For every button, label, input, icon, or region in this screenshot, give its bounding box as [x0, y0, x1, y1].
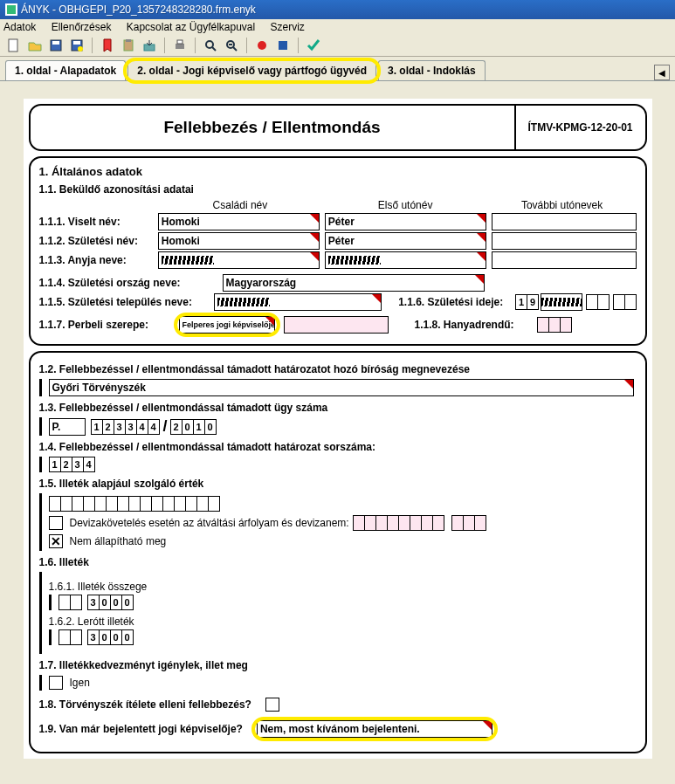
field-161[interactable] — [59, 595, 82, 610]
svg-rect-1 — [7, 5, 16, 14]
print-icon[interactable] — [171, 37, 189, 54]
lbl-17-igen: Igen — [70, 677, 90, 689]
lbl-15-nem: Nem állapítható meg — [70, 535, 167, 547]
col-other-names: További utónevek — [488, 199, 637, 211]
lbl-112: 1.1.2. Születési név: — [39, 235, 158, 247]
chk-18[interactable] — [265, 698, 279, 712]
section-17-title: 1.7. Illetékkedvezményt igénylek, illet … — [39, 659, 637, 671]
field-116-year[interactable]: 19 — [515, 294, 539, 310]
zoom-out-icon[interactable] — [223, 37, 240, 54]
tab-bar: 1. oldal - Alapadatok 2. oldal - Jogi ké… — [0, 57, 675, 81]
section-1: 1. Általános adatok 1.1. Beküldő azonosí… — [29, 156, 647, 346]
chk-17[interactable] — [49, 676, 63, 690]
menu-kapcsolat[interactable]: Kapcsolat az Ügyfélkapuval — [127, 21, 255, 33]
lbl-161: 1.6.1. Illeték összege — [49, 581, 637, 593]
menu-ellenorzesek[interactable]: Ellenőrzések — [52, 21, 112, 33]
svg-rect-19 — [279, 41, 287, 50]
field-114[interactable]: Magyarország — [223, 274, 485, 292]
field-117-extra[interactable] — [284, 316, 389, 334]
toolbar-sep — [92, 38, 93, 53]
field-116-md2[interactable] — [613, 294, 637, 310]
field-13-p[interactable]: P. — [49, 418, 86, 436]
field-162b[interactable]: 3000 — [87, 629, 134, 645]
field-15-rate[interactable] — [353, 515, 444, 531]
field-112-family[interactable]: Homoki — [158, 232, 320, 250]
new-file-icon[interactable] — [5, 37, 23, 54]
lbl-111: 1.1.1. Viselt név: — [39, 216, 158, 228]
field-13-year[interactable]: 2010 — [170, 419, 217, 435]
field-13-num[interactable]: 123344 — [91, 419, 160, 435]
field-112-other[interactable] — [492, 232, 637, 250]
tab-page1[interactable]: 1. oldal - Alapadatok — [5, 60, 126, 80]
svg-point-18 — [258, 41, 266, 50]
lbl-162: 1.6.2. Lerótt illeték — [49, 616, 637, 628]
check-icon[interactable] — [305, 37, 322, 54]
svg-rect-9 — [126, 39, 131, 42]
red-dot-icon[interactable] — [253, 37, 271, 54]
field-161b[interactable]: 3000 — [87, 595, 134, 610]
blue-square-icon[interactable] — [274, 37, 292, 54]
open-icon[interactable] — [26, 37, 44, 54]
section-18-title: 1.8. Törvényszék ítélete elleni fellebbe… — [39, 698, 251, 711]
tab-scroll-left[interactable]: ◀ — [654, 65, 670, 80]
tab-page2[interactable]: 2. oldal - Jogi képviselő vagy pártfogó … — [127, 60, 376, 80]
form-page: Fellebbezés / Ellentmondás ÍTMV-KPMG-12-… — [24, 99, 652, 759]
menu-szerviz[interactable]: Szerviz — [271, 21, 305, 33]
field-112-first[interactable]: Péter — [325, 232, 486, 250]
field-14[interactable]: 1234 — [49, 457, 95, 472]
save-icon[interactable] — [47, 37, 65, 54]
field-113-other[interactable] — [492, 251, 637, 269]
lbl-118: 1.1.8. Hanyadrendű: — [415, 319, 537, 331]
field-113-family[interactable] — [158, 251, 320, 269]
slash: / — [163, 417, 167, 436]
section-12plus: 1.2. Fellebbezéssel / ellentmondással tá… — [29, 351, 647, 753]
save-as-icon[interactable] — [68, 37, 86, 54]
field-12-court[interactable]: Győri Törvényszék — [49, 379, 634, 396]
svg-rect-12 — [177, 40, 183, 44]
form-code: ÍTMV-KPMG-12-20-01 — [514, 106, 645, 149]
svg-rect-4 — [52, 41, 59, 45]
clipboard-icon[interactable] — [120, 37, 137, 54]
toolbar-sep — [164, 38, 165, 53]
lbl-114: 1.1.4. Születési ország neve: — [39, 277, 223, 289]
field-111-other[interactable] — [492, 213, 637, 230]
form-canvas: Fellebbezés / Ellentmondás ÍTMV-KPMG-12-… — [0, 81, 675, 776]
zoom-icon[interactable] — [202, 37, 219, 54]
toolbar-sep — [195, 38, 196, 53]
field-19[interactable]: Nem, most kívánom bejelenteni. — [257, 720, 492, 738]
chk-15-deviza[interactable] — [49, 516, 63, 530]
svg-line-16 — [233, 47, 237, 51]
svg-line-14 — [212, 47, 216, 51]
chk-15-nem[interactable]: ✕ — [49, 534, 63, 548]
lbl-113: 1.1.3. Anyja neve: — [39, 254, 158, 266]
menu-adatok[interactable]: Adatok — [3, 21, 36, 33]
field-111-first[interactable]: Péter — [325, 213, 486, 230]
field-116-rest[interactable] — [541, 293, 582, 311]
tab-page3[interactable]: 3. oldal - Indoklás — [378, 60, 486, 80]
svg-point-7 — [78, 46, 83, 52]
lbl-116: 1.1.6. Születési ideje: — [398, 296, 515, 308]
field-15-curr[interactable] — [451, 515, 486, 531]
svg-rect-11 — [176, 44, 184, 49]
bookmark-icon[interactable] — [99, 37, 116, 54]
window-title: ÁNYK - OBHGEPI_P20_1357248328280.frm.eny… — [21, 3, 256, 16]
section-1-title: 1. Általános adatok — [39, 165, 637, 178]
toolbar — [0, 35, 675, 57]
field-116-md[interactable] — [586, 294, 610, 310]
col-first-name: Első utónév — [323, 199, 488, 211]
field-162[interactable] — [59, 629, 82, 645]
inbox-icon[interactable] — [141, 37, 158, 54]
field-111-family[interactable]: Homoki — [158, 213, 320, 230]
field-15-amount[interactable] — [49, 496, 220, 512]
field-115[interactable] — [214, 293, 382, 311]
field-117-role[interactable]: Felperes jogi képviselője — [179, 316, 275, 334]
svg-point-13 — [206, 41, 213, 48]
section-19-title: 1.9. Van már bejelentett jogi képviselőj… — [39, 723, 243, 735]
col-family-name: Családi név — [157, 199, 322, 211]
toolbar-sep — [246, 38, 247, 53]
field-118[interactable] — [537, 317, 572, 333]
section-11-title: 1.1. Beküldő azonosítási adatai — [39, 183, 637, 196]
section-14-title: 1.4. Fellebbezéssel / ellentmondással tá… — [39, 441, 637, 453]
field-113-first[interactable] — [325, 251, 486, 269]
svg-rect-2 — [9, 39, 17, 52]
